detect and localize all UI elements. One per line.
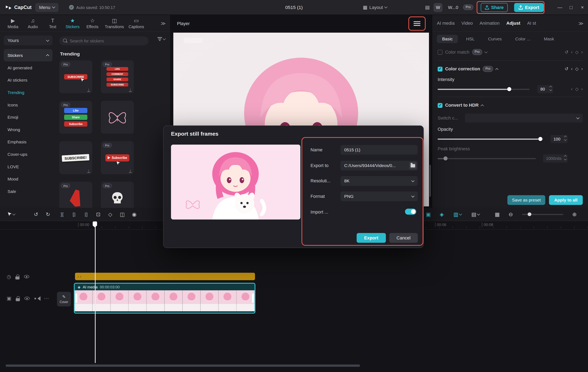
format-select[interactable]: PNG [341,191,418,201]
redo-button[interactable]: ↻ [42,209,54,220]
category-ai-generated[interactable]: AI generated [4,61,52,74]
maximize-button[interactable]: □ [566,0,577,15]
category-emoji[interactable]: Emoji [4,111,52,123]
keyframe-next-icon[interactable]: › [581,66,583,71]
keyframe-icon[interactable]: ◇ [575,66,579,71]
sticker-skull[interactable]: Pro [101,182,134,208]
zoom-out-icon[interactable]: ⊖ [505,209,517,220]
tab-adjust[interactable]: Adjust [506,20,520,26]
lock-icon[interactable] [16,276,20,279]
trim-handle-right[interactable] [252,293,254,303]
playhead[interactable] [95,221,95,363]
collapse-panel-icon[interactable]: ≫ [578,20,584,26]
keyframe-prev-icon[interactable]: ‹ [571,66,572,71]
delete-left-button[interactable]: [| [68,209,80,220]
download-icon[interactable]: ↓ [129,88,132,92]
subtab-hsl[interactable]: HSL [461,35,480,43]
more-icon[interactable]: ⋯ [44,295,49,301]
eye-icon[interactable] [24,297,30,300]
sticker-red-horn[interactable]: Pro [59,182,92,208]
convert-hdr-checkbox[interactable] [438,103,442,108]
sticker-subscribe-banner[interactable]: SUBSCRIBE! ↓ [59,141,92,174]
browse-folder-button[interactable] [409,162,417,169]
avatar[interactable]: W [433,3,442,12]
video-track-icon[interactable]: ▣ [7,295,11,301]
dialog-export-button[interactable]: Export [357,233,386,243]
crop-button[interactable]: ⊡ [92,209,104,220]
resolution-select[interactable]: 8K [341,176,418,186]
snap-icon[interactable]: ◈ [436,209,448,220]
preview-axis-icon[interactable]: ▦ [491,209,503,220]
keyframe-prev-icon[interactable]: ‹ [571,86,572,92]
layout-button[interactable]: ▦ Layout [363,5,387,10]
export-button[interactable]: Export [514,3,544,12]
tab-captions[interactable]: ▭Captions [126,18,146,29]
subtab-curves[interactable]: Curves [483,35,507,43]
undo-button[interactable]: ↺ [30,209,42,220]
timeline-scrollbar[interactable] [6,364,360,367]
track-options-button[interactable]: ▤ [467,209,484,220]
yours-dropdown[interactable]: Yours [4,35,52,45]
stepper-icon[interactable] [550,86,552,90]
category-love[interactable]: LOVE [4,160,52,173]
keyframe-icon[interactable]: ◇ [575,86,579,92]
mirror-button[interactable]: ◫ [116,209,128,220]
sticker-search[interactable] [59,36,148,45]
clock-icon[interactable]: ◷ [7,274,11,280]
tab-text[interactable]: TText [43,18,63,29]
opacity-slider[interactable] [438,139,543,140]
color-match-checkbox[interactable] [438,50,442,54]
effect-clip[interactable]: ♪ ♪ [75,273,255,280]
import-toggle[interactable] [405,209,416,215]
eye-icon[interactable] [24,275,29,278]
collapse-panel-icon[interactable]: ≫ [161,20,166,26]
category-trending[interactable]: Trending [4,86,52,99]
main-track-icon[interactable]: ▣ [422,209,434,220]
stepper-icon[interactable] [564,155,566,160]
switch-dropdown[interactable] [465,114,583,122]
menu-button[interactable]: Menu [35,3,59,12]
trim-handle-left[interactable] [75,293,77,303]
tab-transitions[interactable]: ◫Transitions [102,18,126,29]
mute-icon[interactable] [34,296,40,301]
track-display-button[interactable]: ▥ [449,209,466,220]
dialog-cancel-button[interactable]: Cancel [389,233,418,243]
sticker-subscribe-red-button[interactable]: Pro Subscribe ↓ [101,141,134,174]
video-clip[interactable]: ◈ AI media 00:00:03:00 [74,283,255,314]
keyframe-prev-icon[interactable]: ‹ [571,49,572,55]
category-stickers[interactable]: Stickers [4,49,52,61]
subtab-basic[interactable]: Basic [437,35,458,43]
opacity-value[interactable]: 100 [550,135,567,143]
tab-effects[interactable]: ☆Effects [83,18,102,29]
reset-icon[interactable]: ↺ [565,66,568,71]
filter-button[interactable] [158,37,165,41]
category-ai-stickers[interactable]: AI stickers [4,74,52,86]
category-sale[interactable]: Sale [4,185,52,197]
subtab-mask[interactable]: Mask [539,35,559,43]
category-cover-ups[interactable]: Cover-ups [4,148,52,161]
intensity-value[interactable]: 80 [537,85,553,93]
tab-audio[interactable]: ♫Audio [23,18,43,29]
tab-video[interactable]: Video [462,20,473,26]
apply-to-all-button[interactable]: Apply to all [549,195,583,205]
sticker-like-share-subscribe[interactable]: Pro Like Share Subscribe [59,101,92,134]
split-button[interactable]: ][ [56,209,68,220]
color-correction-checkbox[interactable] [438,67,442,71]
stepper-icon[interactable] [564,136,566,141]
category-wrong[interactable]: Wrong [4,123,52,136]
tab-stickers[interactable]: ★Stickers [63,18,83,29]
intensity-slider[interactable] [438,89,529,90]
cover-button[interactable]: ✎ Cover [57,292,71,307]
mask-button[interactable]: ◇ [104,209,116,220]
peak-brightness-value[interactable]: 1000nits [543,154,568,162]
subtab-color[interactable]: Color ... [510,35,536,43]
category-icons[interactable]: Icons [4,99,52,111]
close-button[interactable]: × [577,0,588,15]
select-tool-button[interactable] [4,209,19,220]
tab-media[interactable]: ▶Media [3,18,23,29]
minimize-button[interactable]: — [554,0,566,15]
tab-animation[interactable]: Animation [480,20,500,26]
lock-icon[interactable] [16,298,20,301]
delete-right-button[interactable]: |] [80,209,92,220]
zoom-in-icon[interactable]: ⊕ [568,209,580,220]
